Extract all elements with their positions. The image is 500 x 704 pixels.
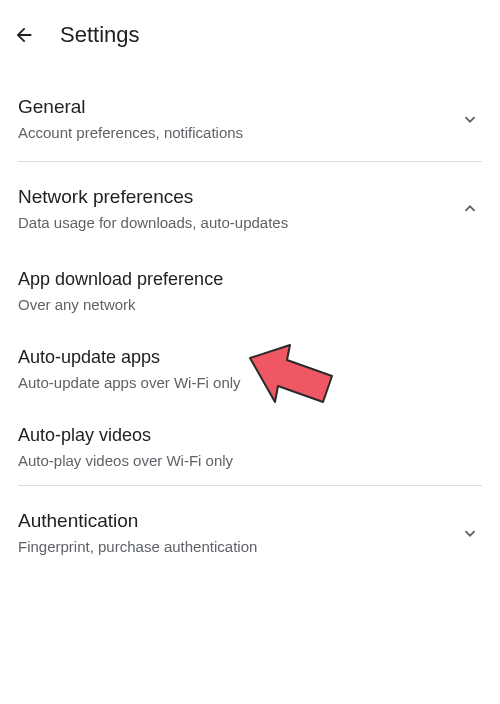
section-authentication[interactable]: Authentication Fingerprint, purchase aut…: [0, 486, 500, 575]
sub-title-auto-update: Auto-update apps: [18, 347, 482, 368]
section-title-general: General: [18, 96, 458, 118]
section-auto-play[interactable]: Auto-play videos Auto-play videos over W…: [0, 407, 500, 485]
section-title-authentication: Authentication: [18, 510, 458, 532]
page-title: Settings: [60, 22, 140, 48]
sub-subtitle-auto-update: Auto-update apps over Wi-Fi only: [18, 374, 482, 391]
sub-subtitle-app-download: Over any network: [18, 296, 482, 313]
section-subtitle-general: Account preferences, notifications: [18, 124, 458, 141]
back-button[interactable]: [12, 23, 36, 47]
section-subtitle-authentication: Fingerprint, purchase authentication: [18, 538, 458, 555]
section-auto-update[interactable]: Auto-update apps Auto-update apps over W…: [0, 329, 500, 407]
chevron-down-icon: [458, 107, 482, 131]
section-title-network: Network preferences: [18, 186, 458, 208]
section-general[interactable]: General Account preferences, notificatio…: [0, 72, 500, 161]
chevron-up-icon: [458, 197, 482, 221]
arrow-left-icon: [13, 24, 35, 46]
sub-subtitle-auto-play: Auto-play videos over Wi-Fi only: [18, 452, 482, 469]
section-app-download[interactable]: App download preference Over any network: [0, 251, 500, 329]
sub-title-app-download: App download preference: [18, 269, 482, 290]
section-subtitle-network: Data usage for downloads, auto-updates: [18, 214, 458, 231]
sub-title-auto-play: Auto-play videos: [18, 425, 482, 446]
section-network[interactable]: Network preferences Data usage for downl…: [0, 162, 500, 251]
header: Settings: [0, 0, 500, 72]
chevron-down-icon: [458, 521, 482, 545]
